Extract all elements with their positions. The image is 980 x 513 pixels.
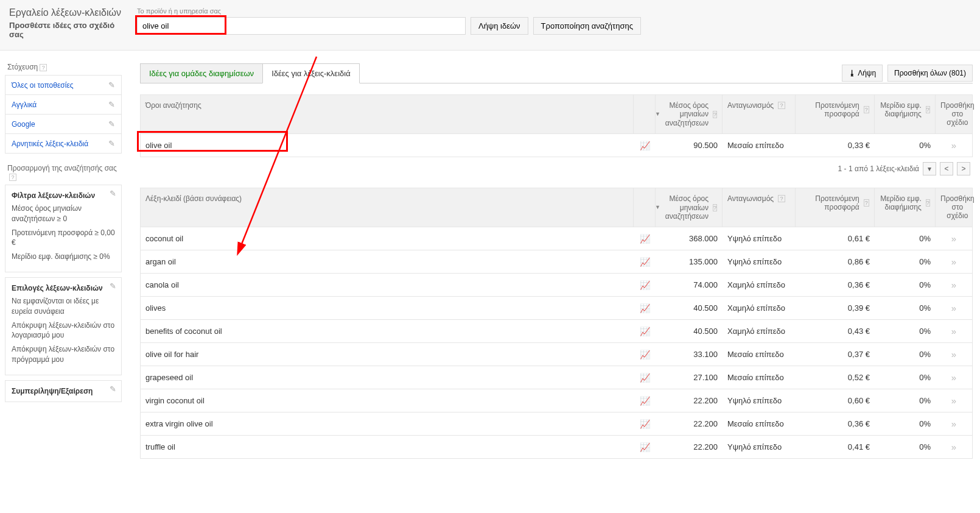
table-row[interactable]: extra virgin olive oil📈22.200Μεσαίο επίπ… [141,412,972,435]
col-competition[interactable]: Ανταγωνισμός [727,101,774,110]
chart-icon[interactable]: 📈 [640,280,650,290]
col-competition[interactable]: Ανταγωνισμός [727,194,774,203]
add-to-plan-button[interactable]: » [951,256,956,267]
sidebar-targeting-item[interactable]: Αγγλικά✎ [5,94,122,115]
get-ideas-button[interactable]: Λήψη ιδεών [471,17,528,35]
col-avg-searches[interactable]: Μέσος όρος μηνιαίων αναζητήσεων [665,194,709,221]
chart-icon[interactable]: 📈 [640,303,650,313]
table-row[interactable]: coconut oil📈368.000Υψηλό επίπεδο0,61 €0%… [141,227,972,250]
keyword-cell: benefits of coconut oil [141,320,634,342]
sort-icon[interactable]: ▼ [655,204,660,211]
competition-cell: Υψηλό επίπεδο [723,251,796,272]
help-icon[interactable]: ? [926,106,930,113]
download-button[interactable]: ⭳ Λήψη [842,65,883,82]
pencil-icon[interactable]: ✎ [108,139,115,148]
help-icon[interactable]: ? [778,102,785,109]
keyword-filters-box[interactable]: ✎ Φίλτρα λέξεων-κλειδιών Μέσος όρος μηνι… [5,185,122,272]
share-cell: 0% [875,274,936,295]
add-to-plan-button[interactable]: » [951,140,956,150]
add-to-plan-button[interactable]: » [951,280,956,290]
help-icon[interactable]: ? [9,174,16,181]
share-cell: 0% [875,413,936,434]
col-suggested-bid[interactable]: Προτεινόμενη προσφορά [800,101,859,118]
table-row[interactable]: olive oil📈90.500Μεσαίο επίπεδο0,33 €0%» [141,133,972,157]
sort-icon[interactable]: ▼ [655,111,660,118]
bid-cell: 0,36 € [796,413,875,434]
pencil-icon[interactable]: ✎ [110,384,116,394]
chart-icon[interactable]: 📈 [640,350,650,359]
add-to-plan-button[interactable]: » [951,303,956,313]
keyword-cell: coconut oil [141,228,634,249]
col-ad-share[interactable]: Μερίδιο εμφ. διαφήμισης [880,194,922,211]
add-to-plan-button[interactable]: » [951,372,956,383]
keyword-options-box[interactable]: ✎ Επιλογές λέξεων-κλειδιών Να εμφανίζοντ… [5,277,122,375]
searches-cell: 135.000 [656,251,723,272]
sidebar-targeting-item[interactable]: Αρνητικές λέξεις-κλειδιά✎ [5,133,122,154]
add-to-plan-button[interactable]: » [951,419,956,429]
table-row[interactable]: benefits of coconut oil📈40.500Χαμηλό επί… [141,319,972,342]
pencil-icon[interactable]: ✎ [108,80,115,90]
add-to-plan-button[interactable]: » [951,442,956,452]
table-row[interactable]: argan oil📈135.000Υψηλό επίπεδο0,86 €0%» [141,250,972,273]
pager-next-button[interactable]: > [957,162,970,175]
tab-adgroup-ideas[interactable]: Ιδέες για ομάδες διαφημίσεων [140,63,263,83]
pager-prev-button[interactable]: < [940,162,953,175]
help-icon[interactable]: ? [864,106,869,113]
include-exclude-box[interactable]: ✎ Συμπερίληψη/Εξαίρεση [5,380,122,402]
share-cell: 0% [875,344,936,365]
add-all-button[interactable]: Προσθήκη όλων (801) [887,65,973,82]
chart-icon[interactable]: 📈 [640,234,650,244]
searches-cell: 40.500 [656,297,723,319]
table-row[interactable]: olive oil for hair📈33.100Μεσαίο επίπεδο0… [141,342,972,366]
targeting-section-title: Στόχευση? [7,63,122,71]
keyword-cell: argan oil [141,251,634,272]
table-row[interactable]: truffle oil📈22.200Υψηλό επίπεδο0,41 €0%» [141,435,972,458]
chart-icon[interactable]: 📈 [640,257,650,267]
col-suggested-bid[interactable]: Προτεινόμενη προσφορά [800,194,859,211]
pencil-icon[interactable]: ✎ [108,100,115,109]
table-row[interactable]: canola oil📈74.000Χαμηλό επίπεδο0,36 €0%» [141,273,972,296]
pencil-icon[interactable]: ✎ [110,281,116,291]
download-icon: ⭳ [849,69,856,77]
col-avg-searches[interactable]: Μέσος όρος μηνιαίων αναζητήσεων [665,101,709,127]
help-icon[interactable]: ? [40,64,47,71]
help-icon[interactable]: ? [926,199,930,207]
col-keyword-relevance[interactable]: Λέξη-κλειδί (βάσει συνάφειας) [145,194,242,203]
competition-cell: Υψηλό επίπεδο [723,436,796,458]
pencil-icon[interactable]: ✎ [110,189,116,198]
searches-cell: 22.200 [656,436,723,458]
sidebar-targeting-item[interactable]: Όλες οι τοποθεσίες✎ [5,75,122,95]
col-search-terms[interactable]: Όροι αναζήτησης [145,101,201,110]
add-to-plan-button[interactable]: » [951,395,956,406]
add-to-plan-button[interactable]: » [951,326,956,336]
chart-icon[interactable]: 📈 [640,141,650,150]
table-row[interactable]: virgin coconut oil📈22.200Υψηλό επίπεδο0,… [141,389,972,412]
keyword-cell: truffle oil [141,436,634,458]
add-to-plan-button[interactable]: » [951,349,956,359]
competition-cell: Χαμηλό επίπεδο [723,320,796,342]
help-icon[interactable]: ? [713,204,717,211]
modify-search-button[interactable]: Τροποποίηση αναζήτησης [533,17,641,35]
chart-icon[interactable]: 📈 [640,442,650,452]
page-subtitle: Προσθέστε ιδέες στο σχέδιό σας [9,21,131,39]
chart-icon[interactable]: 📈 [640,396,650,406]
bid-cell: 0,33 € [796,135,875,156]
tab-keyword-ideas[interactable]: Ιδέες για λέξεις-κλειδιά [262,63,360,83]
add-to-plan-button[interactable]: » [951,233,956,244]
help-icon[interactable]: ? [864,199,869,207]
chart-icon[interactable]: 📈 [640,327,650,336]
pencil-icon[interactable]: ✎ [108,119,115,129]
chart-icon[interactable]: 📈 [640,419,650,429]
keyword-cell: virgin coconut oil [141,390,634,411]
help-icon[interactable]: ? [778,195,785,202]
help-icon[interactable]: ? [713,111,717,118]
sidebar-targeting-item[interactable]: Google✎ [5,114,122,134]
pager-dropdown-icon[interactable]: ▾ [923,162,936,175]
share-cell: 0% [875,320,936,342]
table-row[interactable]: olives📈40.500Χαμηλό επίπεδο0,39 €0%» [141,296,972,319]
chart-icon[interactable]: 📈 [640,373,650,383]
table-row[interactable]: grapeseed oil📈27.100Μεσαίο επίπεδο0,52 €… [141,366,972,389]
search-input[interactable] [137,17,466,35]
search-field-label: Το προϊόν ή η υπηρεσία σας [137,7,971,15]
col-ad-share[interactable]: Μερίδιο εμφ. διαφήμισης [880,101,922,118]
